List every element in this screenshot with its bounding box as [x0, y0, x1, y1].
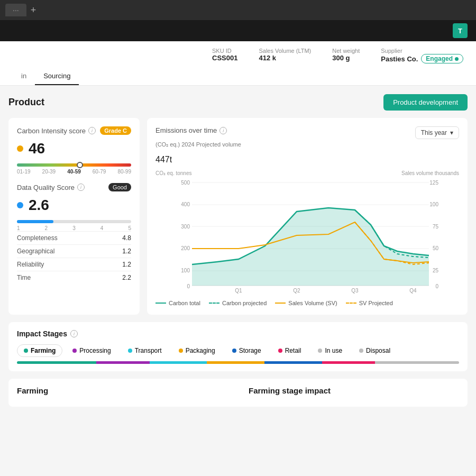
impact-stages-section: Impact Stages i FarmingProcessingTranspo… — [8, 322, 468, 371]
nav-tabs: in Sourcing — [13, 68, 463, 85]
dq-slider-track — [17, 220, 131, 223]
impact-title: Impact Stages — [17, 329, 67, 338]
sales-value: 412 k — [259, 54, 311, 62]
stage-color-segment — [17, 361, 96, 364]
legend-sales-volume: Sales Volume (SV) — [275, 300, 337, 306]
grade-badge: Grade C — [100, 126, 131, 135]
chart-title: Emissions over time i — [155, 126, 227, 134]
svg-text:125: 125 — [429, 180, 438, 186]
stage-tab-retail[interactable]: Retail — [271, 344, 308, 357]
dq-row: Time2.2 — [17, 271, 131, 284]
dq-info-icon[interactable]: i — [77, 184, 85, 191]
emissions-chart-card: Emissions over time i This year ▾ (CO₂ e… — [147, 118, 468, 315]
stage-tab-processing[interactable]: Processing — [66, 344, 117, 357]
chart-axis-labels: CO₂ eq. tonnes Sales volume thousands — [155, 170, 459, 176]
product-development-button[interactable]: Product development — [383, 94, 468, 111]
stage-tab-packaging[interactable]: Packaging — [172, 344, 222, 357]
legend-carbon-total: Carbon total — [155, 300, 200, 306]
stage-color-segment — [150, 361, 207, 364]
section-header: Product Product development — [8, 94, 468, 111]
impact-info-icon[interactable]: i — [70, 330, 78, 337]
legend-sv-projected-line — [346, 303, 356, 304]
product-header: SKU ID CSS001 Sales Volume (LTM) 412 k N… — [0, 41, 476, 86]
chart-svg: 500 400 300 200 100 0 125 100 75 50 25 0 — [155, 177, 459, 294]
stage-tab-storage[interactable]: Storage — [225, 344, 268, 357]
chart-header: Emissions over time i This year ▾ — [155, 126, 459, 139]
svg-text:75: 75 — [433, 224, 439, 230]
tab-sourcing[interactable]: Sourcing — [35, 68, 79, 85]
farming-right: Farming stage impact — [249, 386, 459, 399]
chart-svg-container: 500 400 300 200 100 0 125 100 75 50 25 0 — [155, 177, 459, 296]
svg-marker-23 — [192, 208, 429, 286]
svg-text:100: 100 — [429, 202, 438, 207]
stage-dot — [72, 349, 77, 353]
stage-color-segment — [96, 361, 149, 364]
svg-text:0: 0 — [435, 283, 438, 289]
carbon-info-icon[interactable]: i — [88, 127, 96, 134]
supplier-label: Supplier — [381, 48, 463, 54]
stage-color-bar — [17, 361, 459, 364]
svg-text:500: 500 — [181, 180, 190, 186]
stage-dot — [232, 349, 236, 353]
dq-badge: Good — [108, 183, 131, 191]
add-tab-button[interactable]: + — [31, 5, 36, 16]
tab-in[interactable]: in — [13, 68, 35, 85]
year-select-dropdown[interactable]: This year ▾ — [415, 126, 459, 139]
user-avatar[interactable]: T — [453, 23, 468, 38]
dq-slider-labels: 1 2 3 4 5 — [17, 225, 131, 231]
carbon-slider-thumb — [77, 162, 83, 168]
svg-text:100: 100 — [181, 268, 190, 273]
stage-dot — [179, 349, 183, 353]
farming-section: Farming Farming stage impact — [8, 379, 468, 407]
dq-score-header: Data Quality Score i Good — [17, 183, 131, 191]
dq-score-number: 2.6 — [29, 197, 49, 214]
supplier-status-text: Engaged — [426, 55, 453, 62]
dq-score-value-row: 2.6 — [17, 197, 131, 214]
dq-score-title: Data Quality Score — [17, 184, 75, 191]
carbon-score-dot — [17, 145, 23, 152]
impact-header: Impact Stages i — [17, 329, 459, 338]
stage-dot — [359, 349, 363, 353]
supplier-field: Supplier Pasties Co. Engaged — [381, 48, 463, 63]
page-title: Product — [8, 97, 44, 108]
chart-info-icon[interactable]: i — [219, 127, 227, 134]
carbon-slider-labels: 01-19 20-39 40-59 60-79 80-99 — [17, 169, 131, 175]
stage-tab-farming[interactable]: Farming — [17, 344, 62, 357]
stage-dot — [128, 349, 132, 353]
svg-text:0: 0 — [187, 283, 190, 289]
top-nav: T — [0, 20, 476, 41]
svg-text:400: 400 — [181, 202, 190, 207]
stage-tab-in-use[interactable]: In use — [311, 344, 349, 357]
chart-legend: Carbon total Carbon projected Sales Volu… — [155, 300, 459, 306]
chart-main-value: 447t — [155, 149, 459, 166]
stage-color-segment — [264, 361, 322, 364]
svg-text:300: 300 — [181, 224, 190, 230]
svg-text:Q4: Q4 — [409, 288, 417, 294]
legend-carbon-projected-line — [209, 303, 219, 304]
product-meta: SKU ID CSS001 Sales Volume (LTM) 412 k N… — [13, 48, 463, 68]
stage-color-segment — [419, 361, 459, 364]
stage-tab-disposal[interactable]: Disposal — [352, 344, 397, 357]
tab-dots-icon: ··· — [13, 6, 19, 14]
legend-sales-volume-line — [275, 303, 286, 304]
stage-color-segment — [207, 361, 264, 364]
dq-score-dot — [17, 202, 23, 208]
weight-label: Net weight — [332, 48, 360, 54]
stage-dot — [278, 349, 282, 353]
stage-tab-transport[interactable]: Transport — [121, 344, 169, 357]
main-content: Product Product development Carbon Inten… — [0, 86, 476, 468]
browser-tab[interactable]: ··· — [5, 4, 26, 16]
dq-row: Completeness4.8 — [17, 231, 131, 244]
carbon-score-card: Carbon Intensity score i Grade C 46 01-1… — [8, 118, 140, 315]
stage-tabs: FarmingProcessingTransportPackagingStora… — [17, 344, 459, 357]
carbon-score-title: Carbon Intensity score — [17, 127, 86, 135]
y-right-label: Sales volume thousands — [401, 170, 459, 176]
supplier-dot-icon — [455, 57, 459, 61]
dq-row: Reliability1.2 — [17, 258, 131, 271]
dq-slider-fill — [17, 220, 53, 223]
svg-text:Q1: Q1 — [235, 288, 242, 294]
carbon-score-value-row: 46 — [17, 140, 131, 157]
chevron-down-icon: ▾ — [450, 129, 453, 136]
legend-carbon-total-line — [155, 303, 166, 304]
farming-left: Farming — [17, 386, 227, 399]
